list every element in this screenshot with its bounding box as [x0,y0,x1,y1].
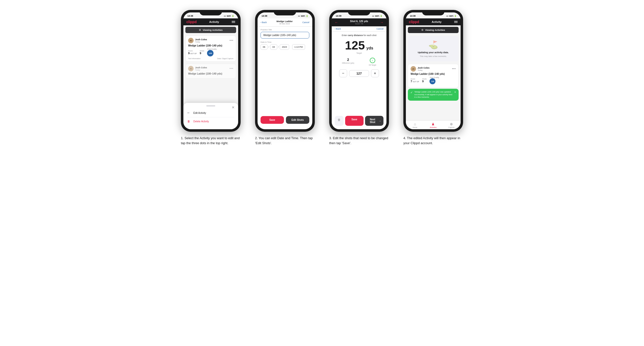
shot-header-center: Shot 6, 125 yds Score 7/9 [350,20,368,25]
user-name-2: Josh Coles [195,66,207,69]
caption-3: 3. Edit the shots that need to be change… [329,136,389,145]
success-toast: ✓ 'Wedge Ladder (100–140 yds)' was updat… [408,89,458,101]
nav-activities[interactable]: ♟ Activities [424,122,442,128]
score-value-4: 7 OUT OF [410,80,419,83]
next-shot-button[interactable]: Next Shot → [365,116,384,126]
date-time-label: Date & Time [260,41,309,43]
activity-card-1[interactable]: JC Josh Coles Today ••• Wedge Ladder (10… [186,35,236,62]
status-icons-2: ▪▪▪ WiFi 🔋 [298,15,308,17]
card-title-4: Wedge Ladder (100–140 yds) [410,73,456,75]
yds-unit: yds [366,46,373,50]
shots-stat-4: Shots 9 [422,78,427,83]
nav-capture[interactable]: ⊕ Capture [442,122,460,128]
logo-1: clippd [186,20,196,24]
hamburger-menu-1[interactable] [232,21,235,23]
date-yyyy-input[interactable]: 2023 [280,44,289,50]
home-icon: ⌂ [414,122,416,126]
avatar-4: JC [410,66,416,72]
user-date-2: Today [195,69,207,71]
updating-sub: This may take a few moments. [420,55,447,57]
edit-activity-item[interactable]: ✏ Edit Activity [188,109,234,117]
shot-metrics: 2 Difference (yds) ✓ Hit Target [335,58,384,66]
score-value-1: 9 OUT OF [188,52,197,55]
shot-body-3: Enter carry distance for each shot 125 y… [332,31,386,129]
toast-close-button[interactable]: ✕ [454,91,456,93]
bottom-sheet-1: ✕ ✏ Edit Activity 🗑 Delete Activity [184,103,238,129]
caption-4: 4. The edited Activity will then appear … [403,136,463,145]
three-dots-2[interactable]: ••• [230,67,234,70]
phone-4-screen: 14:38 ▪▪▪ WiFi 🔋 clippd Activity [406,12,460,129]
three-dots-4[interactable]: ••• [452,67,456,71]
quality-badge-1: 130 [207,50,214,56]
next-shot-arrow-button[interactable]: → [380,20,384,24]
practice-title-label: Practice Title [260,29,309,31]
date-dd-input[interactable]: 06 [260,44,268,50]
card-title-1: Wedge Ladder (100–140 yds) [188,44,234,47]
target-label: Target [356,52,362,54]
edit-shots-button[interactable]: Edit Shots [286,116,309,124]
back-button-2[interactable]: ‹ Back [260,21,267,24]
viewing-text-4: Viewing Activities [425,29,445,31]
shots-stat-1: Shots 9 [200,50,204,55]
time-input[interactable]: 1:13 PM [292,44,305,50]
notch-2 [274,10,296,15]
score-label-1: Score [188,50,197,52]
phone-2-screen: 14:38 ▪▪▪ WiFi 🔋 ‹ Back Wedge Ladder 06 … [258,12,312,129]
card-header-2: JC Josh Coles Today ••• [188,66,234,71]
activities-label: Activities [430,127,437,128]
card-stats-4: Score 7 OUT OF Shots 9 Shot Quality [410,77,456,84]
phone-column-2: 14:38 ▪▪▪ WiFi 🔋 ‹ Back Wedge Ladder 06 … [251,10,318,145]
cancel-button-2[interactable]: Cancel [302,21,309,24]
status-time-3: 14:39 [336,15,342,17]
quality-label-4: Shot Quality [430,77,439,78]
save-shot-button[interactable]: Save [345,116,364,126]
viewing-text-1: Viewing Activities [202,29,222,31]
date-mm-input[interactable]: 03 [270,44,277,50]
golf-flag-icon: ⛳ [428,40,438,49]
phone-1-screen: 14:38 ▪▪▪ WiFi 🔋 clippd Activity [184,12,238,129]
phones-row: 14:38 ▪▪▪ WiFi 🔋 clippd Activity [177,10,467,145]
sheet-close-button[interactable]: ✕ [232,105,235,109]
delete-activity-item[interactable]: 🗑 Delete Activity [188,117,234,125]
viewing-banner-1: ⚙ Viewing Activities [186,27,236,33]
phone-column-1: 14:38 ▪▪▪ WiFi 🔋 clippd Activity [177,10,244,145]
three-dots-1[interactable]: ••• [230,39,234,42]
yds-number: 125 [345,39,365,51]
stepper-minus-button[interactable]: − [339,69,347,77]
status-icons-3: ▪▪▪ WiFi 🔋 [372,15,382,17]
practice-title-input[interactable]: Wedge Ladder (100–140 yds) [260,32,309,38]
activity-card-4[interactable]: JC Josh Coles Today ••• Wedge Ladder (10… [408,64,458,88]
card-header-1: JC Josh Coles Today ••• [188,38,234,43]
prev-shot-button[interactable]: ← [335,20,338,24]
footer-left-1: Test Information [188,58,200,59]
activity-card-2[interactable]: JC Josh Coles Today ••• Wedge Ladder (10… [186,64,236,79]
hit-target-label: Hit Target [369,64,376,66]
avatar-1: JC [188,38,194,43]
quality-stat-1: Shot Quality 130 [207,48,216,56]
cancel-button-3[interactable]: Cancel [376,28,384,30]
hamburger-menu-4[interactable] [454,21,458,23]
date-row: 06 / 03 / 2023 1:13 PM [260,44,309,50]
nav-home[interactable]: ⌂ Home [406,122,424,128]
bottom-nav-4: ⌂ Home ♟ Activities ⊕ Capture [406,120,460,129]
phone-2: 14:38 ▪▪▪ WiFi 🔋 ‹ Back Wedge Ladder 06 … [255,10,315,132]
delete-activity-label: Delete Activity [193,120,209,123]
shot-header-3: ← Shot 6, 125 yds Score 7/9 → [332,18,386,26]
stepper-input[interactable]: 127 [349,70,369,77]
user-name-1: Josh Coles [195,38,207,41]
date-sep-1: / [268,46,269,48]
card-title-2: Wedge Ladder (100–140 yds) [188,72,234,75]
shots-label-1: Shots [200,50,204,52]
signal-icon-2: ▪▪▪ [298,15,300,17]
shot-sub-3: Score 7/9 [350,23,368,25]
capture-label: Capture [448,127,455,128]
back-button-3[interactable]: ‹ Back [335,28,341,30]
stepper-plus-button[interactable]: + [371,69,379,77]
save-button-2[interactable]: Save [260,116,284,124]
delete-shot-button[interactable]: 🗑 [335,116,344,126]
user-date-1: Today [195,41,207,43]
phone-3: 14:39 ▪▪▪ WiFi 🔋 ← Shot 6, 125 yds Score… [329,10,389,132]
quality-badge-4: 118 [430,78,436,84]
signal-icon: ▪▪▪ [224,15,226,17]
status-time-4: 14:38 [410,15,416,17]
